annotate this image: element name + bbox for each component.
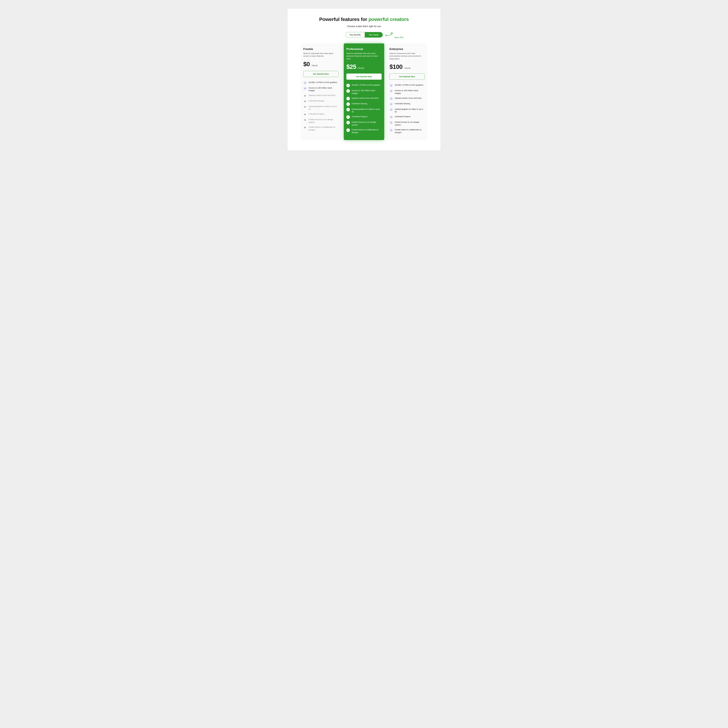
plan-price-row: $25/ Month [346,63,382,70]
plan-card-professional: ProfessionalIdeal for individuals who wh… [344,43,384,140]
check-icon [390,102,393,106]
check-icon [346,97,350,100]
feature-item: Unlimited Sharing [346,102,382,106]
check-icon [390,128,393,132]
check-icon [346,115,350,119]
plan-description: Ideal for businesses who need personaliz… [390,52,425,60]
get-started-button[interactable]: Get Started Now [303,71,338,77]
get-started-button[interactable]: Get Started Now [390,73,425,80]
feature-item: Unlimited Projects [346,115,382,119]
arrow-icon [384,32,393,37]
plan-card-freebie: FreebieIdeal for individuals who need qu… [301,43,341,140]
feature-item: Unlimited Sharing [303,99,338,103]
feature-item: Access to 100 million stock images [303,87,338,92]
check-icon [346,108,350,112]
feature-text: Upload graphics & video in up to 4k [352,108,382,113]
check-icon [346,121,350,124]
feature-item: Upload custom icons and fonts [303,94,338,98]
plan-name: Professional [346,47,382,50]
check-icon [346,128,350,132]
save-text: Save 25% [394,36,404,38]
feature-item: Access to 100 million stock images [390,89,425,95]
feature-text: Upload custom icons and fonts [395,97,422,99]
feature-text: 20,000+ of PNG & SVG graphics [395,84,424,87]
check-icon [390,115,393,119]
feature-item: Create teams to collaborate on designs [390,128,425,134]
get-started-button[interactable]: Get Started Now [346,73,382,80]
feature-list: 20,000+ of PNG & SVG graphicsAccess to 1… [303,81,338,132]
feature-item: Instant Access to our design system [390,121,425,126]
feature-item: Instant Access to our design system [346,121,382,126]
feature-item: Upload graphics & video in up to 4k [346,108,382,113]
feature-item: Access to 100 million stock images [346,89,382,95]
feature-item: Unlimited Sharing [390,102,425,106]
check-icon [346,84,350,87]
feature-text: Unlimited Projects [352,115,367,118]
plan-price: $0 [303,61,310,68]
pricing-section: Powerful features for powerful creators … [288,9,440,150]
feature-text: Unlimited Projects [395,115,411,118]
feature-item: Create teams to collaborate on designs [303,126,338,132]
feature-item: Upload custom icons and fonts [390,97,425,100]
feature-text: Upload custom icons and fonts [309,94,335,97]
feature-item: Unlimited Projects [390,115,425,119]
cross-icon [303,99,307,103]
feature-text: Unlimited Sharing [352,102,367,105]
subtitle: Choose a plan that's right for you [301,25,427,28]
feature-text: Instant Access to our design system [352,121,382,126]
feature-text: Instant Access to our design system [395,121,425,126]
page-title: Powerful features for powerful creators [301,16,427,23]
check-icon [303,87,307,90]
cross-icon [303,94,307,98]
save-callout: Save 25% [384,32,404,37]
feature-item: Instant Access to our design system [303,118,338,124]
feature-item: Upload graphics & video in up to 4k [303,105,338,111]
cross-icon [303,113,307,116]
feature-text: 20,000+ of PNG & SVG graphics [309,81,337,84]
feature-text: Upload graphics & video in up to 4k [395,108,425,113]
plan-price-row: $100/ Month [390,63,425,70]
plan-price-row: $0/ Month [303,61,338,68]
check-icon [303,81,307,84]
plan-description: Ideal for individuals who need quick acc… [303,52,338,57]
feature-item: 20,000+ of PNG & SVG graphics [303,81,338,84]
feature-item: 20,000+ of PNG & SVG graphics [346,84,382,87]
feature-text: Upload custom icons and fonts [352,97,379,99]
feature-list: 20,000+ of PNG & SVG graphicsAccess to 1… [390,84,425,134]
plan-card-enterprise: EnterpriseIdeal for businesses who need … [387,43,427,140]
feature-text: Unlimited Sharing [395,102,410,105]
feature-text: Unlimited Sharing [309,99,324,102]
toggle-yearly[interactable]: Pay Yearly [365,32,382,37]
plan-price: $25 [346,63,356,70]
check-icon [346,89,350,93]
plan-period: / Month [311,64,318,67]
feature-item: Upload graphics & video in up to 4k [390,108,425,113]
title-accent: powerful creators [369,17,409,22]
plans-grid: FreebieIdeal for individuals who need qu… [301,43,427,140]
check-icon [390,97,393,100]
check-icon [390,121,393,124]
feature-text: Access to 100 million stock images [352,89,382,95]
feature-text: Create teams to collaborate on designs [352,128,382,134]
feature-item: Create teams to collaborate on designs [346,128,382,134]
feature-text: Access to 100 million stock images [395,89,425,95]
plan-period: / Month [404,67,410,69]
check-icon [390,108,393,112]
feature-list: 20,000+ of PNG & SVG graphicsAccess to 1… [346,84,382,134]
plan-name: Enterprise [390,47,425,50]
feature-text: Create teams to collaborate on designs [309,126,338,132]
plan-period: / Month [357,67,364,69]
toggle-monthly[interactable]: Pay Monthly [346,32,365,37]
feature-item: Unlimited Projects [303,113,338,116]
feature-text: Instant Access to our design system [309,118,338,124]
check-icon [346,102,350,106]
check-icon [390,89,393,93]
header: Powerful features for powerful creators … [301,16,427,38]
cross-icon [303,126,307,129]
plan-name: Freebie [303,47,338,50]
cross-icon [303,118,307,122]
billing-toggle-wrap: Pay Monthly Pay Yearly Save 25% [301,32,427,38]
feature-item: 20,000+ of PNG & SVG graphics [390,84,425,87]
feature-text: Upload graphics & video in up to 4k [309,105,338,111]
feature-text: Create teams to collaborate on designs [395,128,425,134]
